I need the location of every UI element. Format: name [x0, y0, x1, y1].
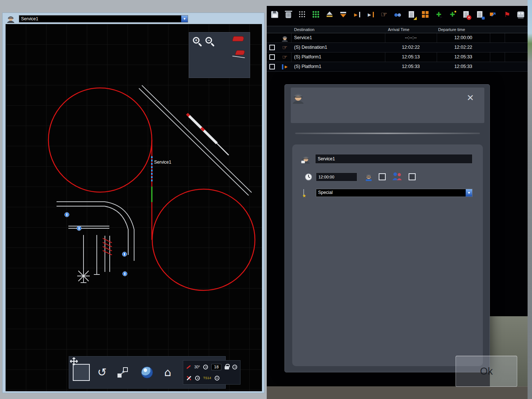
flag-icon[interactable]: ⚑	[501, 9, 513, 20]
zoom-in-icon: +	[193, 37, 200, 44]
service-type-value: Special	[316, 189, 466, 197]
height-value: 18	[211, 364, 221, 370]
driver-head-icon	[364, 172, 374, 181]
ribbon-draw-tool-icon[interactable]	[235, 50, 246, 55]
background-ground	[267, 386, 528, 399]
close-button[interactable]: ✕	[465, 93, 475, 103]
train-icon[interactable]	[515, 9, 526, 20]
siding-hatch-marks	[103, 238, 112, 255]
stop-hand-icon[interactable]: ☞	[378, 9, 390, 20]
timetable-toolbar: ► ► ☞ ☻☻ ✚► ✚ ✕ ↗ ⚑	[268, 7, 526, 22]
cell-arrival: 12:05:33	[385, 64, 437, 69]
col-arrival: Arrival Time	[388, 27, 409, 32]
row-checkbox[interactable]	[269, 54, 275, 60]
cell-destination: (S) Platform1	[294, 64, 321, 69]
home-button[interactable]: ⌂	[159, 364, 176, 381]
eject-icon[interactable]	[324, 9, 335, 20]
map-tools-panel: + −	[189, 32, 250, 78]
rotate-icon: ↺	[97, 367, 106, 378]
row-checkbox[interactable]	[269, 45, 275, 50]
grid-large-icon[interactable]	[310, 9, 321, 20]
save-icon[interactable]	[269, 9, 280, 20]
stop-hand-icon: ☞	[281, 54, 289, 61]
insert-below-icon[interactable]	[337, 9, 349, 20]
chevron-down-icon[interactable]: ▼	[466, 189, 472, 197]
departure-time-field[interactable]: 12:00:00	[316, 173, 357, 181]
compass-radio[interactable]	[195, 376, 200, 381]
track-map[interactable]: Service1 + −	[6, 24, 262, 391]
timetable-row[interactable]: ☞ (S) Destination1 12:02:22 12:02:22	[267, 43, 528, 52]
grid-small-icon[interactable]	[296, 9, 308, 20]
rotation-radio[interactable]	[203, 365, 208, 369]
clock-icon	[304, 173, 313, 181]
go-to-icon[interactable]: ↗	[488, 9, 499, 20]
sector-radio[interactable]	[215, 376, 219, 381]
service-dropdown-value: Service1	[19, 16, 181, 22]
driver-only-checkbox[interactable]	[379, 173, 386, 180]
step-to-end-icon[interactable]: ►	[365, 9, 376, 20]
driver-icon	[281, 34, 289, 42]
timetable-list: Destination Arrival Time Departure time …	[267, 26, 528, 72]
timetable-row[interactable]: ► (S) Platform1 12:05:33 12:05:33	[267, 62, 528, 72]
map-service-label: Service1	[154, 160, 171, 165]
passengers-checkbox[interactable]	[409, 173, 416, 180]
globe-icon	[141, 366, 153, 378]
add-waypoint-icon[interactable]: ✚►	[433, 9, 444, 20]
service-name-field[interactable]: Service1	[315, 154, 473, 164]
close-icon: ✕	[467, 93, 474, 103]
col-departure: Departure time	[438, 27, 465, 32]
ok-button-label: Ok	[480, 366, 493, 377]
service-selector-row: Service1 ▼	[3, 13, 264, 24]
track-map-canvas[interactable]: Service1	[6, 24, 262, 391]
zoom-in-button[interactable]: +	[193, 37, 203, 47]
timetable-row[interactable]: ☞ (S) Platform1 12:05:13 12:05:33	[267, 52, 528, 62]
cell-arrival: 12:05:13	[385, 54, 437, 59]
remove-service-icon[interactable]: ✕	[460, 9, 472, 20]
sector-label: TS14	[203, 376, 211, 380]
passengers-icon[interactable]: ☻☻	[392, 9, 403, 20]
cell-arrival: 12:02:22	[385, 45, 437, 50]
screen: Service1 ▼	[0, 0, 532, 399]
service-dropdown[interactable]: Service1 ▼	[19, 15, 188, 23]
train-consist[interactable]	[187, 114, 229, 155]
cell-departure: 12:05:33	[437, 64, 490, 69]
rotation-value: 30°	[194, 365, 200, 369]
pan-mode-button[interactable]	[73, 364, 90, 381]
timetable-header: Destination Arrival Time Departure time	[267, 26, 528, 33]
cell-departure: 12:05:33	[437, 54, 490, 59]
signal-icons[interactable]	[65, 212, 127, 276]
delete-icon[interactable]	[283, 9, 294, 20]
cell-destination: (S) Destination1	[294, 45, 327, 50]
service-properties-dialog: ✕ Service1 12:00:00 ★ Special ▼	[284, 84, 490, 372]
world-view-button[interactable]	[139, 364, 156, 381]
map-hud: 30° 18 TS14	[183, 360, 241, 385]
departure-time-value: 12:00:00	[318, 175, 334, 179]
step-forward-icon[interactable]: ►	[351, 9, 362, 20]
detach-view-button[interactable]: ↗	[114, 364, 131, 381]
service-desk-icon	[300, 153, 311, 164]
height-radio[interactable]	[232, 365, 237, 369]
route-map-window: Service1 ▼	[2, 13, 265, 393]
dialog-header	[291, 88, 484, 123]
chevron-down-icon[interactable]: ▼	[181, 16, 188, 22]
lock-icon[interactable]	[225, 366, 229, 369]
home-icon: ⌂	[164, 367, 171, 378]
ok-button[interactable]: Ok	[456, 356, 517, 387]
waypoint-grid-icon[interactable]	[419, 9, 431, 20]
cell-departure: 12:00:00	[437, 35, 490, 40]
zoom-out-button[interactable]: −	[205, 37, 216, 47]
service-type-dropdown[interactable]: Special ▼	[316, 189, 473, 197]
row-checkbox[interactable]	[269, 64, 275, 69]
timetable-row[interactable]: Service1 --:--:-- 12:00:00	[267, 33, 528, 43]
go-via-icon: ►	[281, 63, 289, 71]
ribbon-tool-icon[interactable]	[232, 36, 245, 41]
compass-icon	[186, 375, 192, 381]
passengers-icon	[391, 171, 403, 181]
driver-icon	[6, 14, 15, 24]
rotate-button[interactable]: ↺	[93, 364, 110, 381]
service-settings-icon[interactable]	[474, 9, 485, 20]
add-service-icon[interactable]: ✚	[447, 9, 458, 20]
detach-icon: ↗	[117, 367, 128, 378]
edit-timetable-icon[interactable]	[406, 9, 417, 20]
cell-departure: 12:02:22	[437, 45, 490, 50]
